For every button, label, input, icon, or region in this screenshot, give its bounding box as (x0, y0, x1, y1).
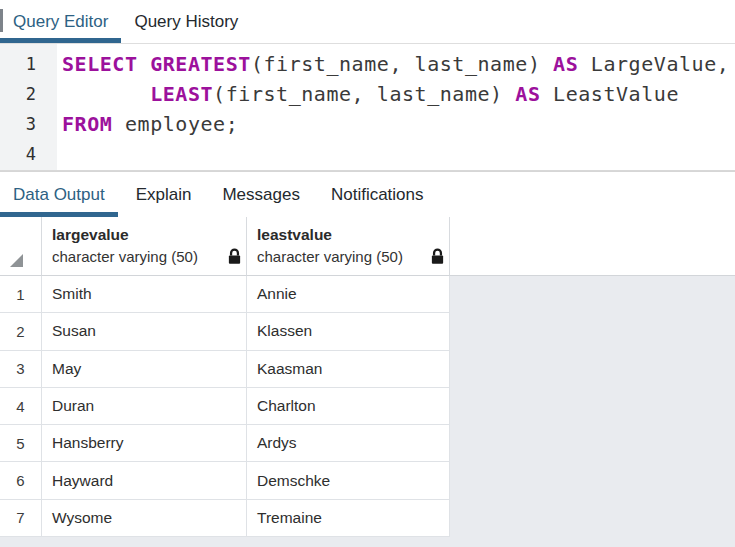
tab-query-editor-label: Query Editor (13, 12, 108, 32)
code-line[interactable]: FROM employee; (62, 109, 735, 139)
tab-explain[interactable]: Explain (123, 172, 205, 217)
tab-query-history-label: Query History (134, 12, 238, 32)
table-row: 7WysomeTremaine (0, 500, 450, 537)
code-line[interactable]: LEAST(first_name, last_name) AS LeastVal… (62, 79, 735, 109)
sql-text: employee; (112, 112, 238, 136)
cell-leastvalue[interactable]: Tremaine (247, 500, 450, 537)
cell-leastvalue[interactable]: Demschke (247, 462, 450, 499)
row-number-cell[interactable]: 2 (0, 313, 42, 350)
column-header-largevalue[interactable]: largevalue character varying (50) (42, 217, 247, 276)
cell-largevalue[interactable]: Susan (42, 313, 247, 350)
sql-keyword: FROM (62, 112, 112, 136)
header-filler (450, 217, 735, 276)
column-type: character varying (50) (257, 246, 449, 268)
cell-leastvalue[interactable]: Annie (247, 276, 450, 313)
sql-keyword: AS (515, 82, 540, 106)
cell-largevalue[interactable]: Duran (42, 388, 247, 425)
tab-data-output-label: Data Output (13, 185, 105, 205)
cell-leastvalue[interactable]: Charlton (247, 388, 450, 425)
output-tabbar: Data Output Explain Messages Notificatio… (0, 171, 735, 217)
select-all-triangle-icon (10, 254, 23, 267)
sql-text (62, 82, 150, 106)
table-row: 4DuranCharlton (0, 388, 450, 425)
table-row: 1SmithAnnie (0, 276, 450, 313)
column-name: largevalue (52, 223, 246, 246)
tab-query-editor[interactable]: Query Editor (0, 0, 121, 43)
cell-largevalue[interactable]: May (42, 351, 247, 388)
tab-explain-label: Explain (136, 185, 192, 205)
row-number-cell[interactable]: 4 (0, 388, 42, 425)
cell-largevalue[interactable]: Hansberry (42, 425, 247, 462)
tab-messages[interactable]: Messages (209, 172, 312, 217)
tab-data-output[interactable]: Data Output (0, 172, 118, 217)
column-name: leastvalue (257, 223, 449, 246)
cell-leastvalue[interactable]: Kaasman (247, 351, 450, 388)
table-row: 6HaywardDemschke (0, 462, 450, 499)
line-number: 4 (0, 139, 57, 169)
sql-keyword: GREATEST (150, 52, 251, 76)
editor-tabbar: Query Editor Query History (0, 0, 735, 44)
row-number-cell[interactable]: 6 (0, 462, 42, 499)
line-number: 1 (0, 49, 57, 79)
sql-keyword: LEAST (150, 82, 213, 106)
row-number-cell[interactable]: 3 (0, 351, 42, 388)
sql-text: LeastValue (540, 82, 679, 106)
sql-keyword: SELECT (62, 52, 138, 76)
sql-keyword: AS (553, 52, 578, 76)
column-header-leastvalue[interactable]: leastvalue character varying (50) (247, 217, 450, 276)
row-number-cell[interactable]: 7 (0, 500, 42, 537)
lock-icon (430, 248, 445, 269)
sql-editor: 1234 SELECT GREATEST(first_name, last_na… (0, 44, 735, 171)
sql-text: LargeValue, (578, 52, 729, 76)
sql-text: (first_name, last_name) (251, 52, 553, 76)
code-line[interactable] (62, 139, 735, 169)
cell-leastvalue[interactable]: Ardys (247, 425, 450, 462)
cell-largevalue[interactable]: Hayward (42, 462, 247, 499)
tab-messages-label: Messages (222, 185, 299, 205)
code-line[interactable]: SELECT GREATEST(first_name, last_name) A… (62, 49, 735, 79)
tab-notifications[interactable]: Notifications (318, 172, 437, 217)
line-number-gutter: 1234 (0, 44, 57, 170)
lock-icon (227, 248, 242, 269)
tab-query-history[interactable]: Query History (121, 0, 251, 43)
cell-leastvalue[interactable]: Klassen (247, 313, 450, 350)
table-row: 2SusanKlassen (0, 313, 450, 350)
tab-notifications-label: Notifications (331, 185, 424, 205)
sql-text: (first_name, last_name) (213, 82, 515, 106)
pgadmin-query-tool: Query Editor Query History 1234 SELECT G… (0, 0, 735, 547)
row-number-cell[interactable]: 1 (0, 276, 42, 313)
line-number: 3 (0, 109, 57, 139)
sql-code-area[interactable]: SELECT GREATEST(first_name, last_name) A… (57, 44, 735, 170)
column-type: character varying (50) (52, 246, 246, 268)
table-row: 5HansberryArdys (0, 425, 450, 462)
table-row: 3MayKaasman (0, 351, 450, 388)
cell-largevalue[interactable]: Smith (42, 276, 247, 313)
row-number-cell[interactable]: 5 (0, 425, 42, 462)
results-grid-body: 1SmithAnnie2SusanKlassen3MayKaasman4Dura… (0, 276, 735, 547)
results-grid-header: largevalue character varying (50) leastv… (0, 217, 735, 276)
cell-largevalue[interactable]: Wysome (42, 500, 247, 537)
line-number: 2 (0, 79, 57, 109)
select-all-corner-cell[interactable] (0, 217, 42, 276)
sql-text (138, 52, 151, 76)
